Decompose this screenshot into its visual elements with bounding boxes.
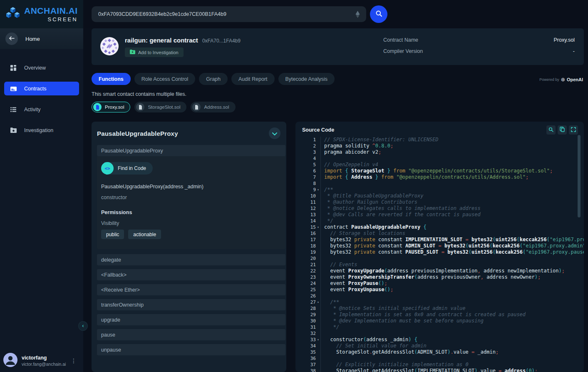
contract-short-address: 0xFA70...1FA4b9 (202, 38, 241, 44)
file-tab-storageslot.sol[interactable]: StorageSlot.sol (134, 102, 186, 112)
expand-code-button[interactable] (569, 125, 578, 135)
code-line: 36 (302, 355, 584, 362)
overview-grid-icon (10, 65, 17, 71)
code-line: 33▾ constructor(address _admin) { (302, 337, 584, 343)
line-number: 3 (313, 150, 316, 155)
line-number: 9 (313, 187, 316, 192)
collapse-functions-button[interactable] (269, 127, 280, 139)
code-brackets-icon: <> (101, 162, 114, 175)
tab-graph[interactable]: Graph (199, 73, 228, 85)
sidebar-collapse-button[interactable]: ‹ (78, 321, 88, 331)
back-button[interactable] (5, 32, 18, 45)
line-number: 11 (310, 200, 316, 205)
line-number: 34 (310, 343, 316, 349)
folder-plus-icon (130, 50, 135, 55)
search-button[interactable] (370, 5, 387, 23)
fold-caret-icon[interactable]: ▾ (316, 188, 320, 192)
code-line: 16 // Storage slot locations (302, 230, 584, 237)
code-line: 5// OpenZeppelin v4 (302, 162, 584, 168)
tab-functions[interactable]: Functions (92, 73, 131, 85)
line-number: 15 (310, 225, 316, 230)
line-number: 23 (310, 275, 316, 280)
function-row[interactable]: delegate (97, 254, 285, 265)
line-number: 33 (310, 337, 316, 342)
code-line: 26 (302, 293, 584, 299)
fold-caret-icon[interactable]: ▾ (316, 338, 320, 342)
sidebar-item-label: Overview (24, 65, 46, 71)
copy-code-button[interactable] (558, 125, 567, 135)
function-row[interactable]: <Fallback> (97, 269, 285, 280)
line-number: 12 (310, 206, 316, 211)
sidebar-item-home[interactable]: Home (0, 28, 83, 49)
search-input[interactable] (92, 6, 366, 22)
function-detail: <> Find in Code PausableUpgradableProxy(… (97, 156, 285, 249)
function-row[interactable]: upgrade (97, 314, 285, 325)
main-content: railgun: general contract 0xFA70...1FA4b… (83, 28, 588, 372)
chevron-down-icon (272, 130, 277, 137)
code-line: 18 bytes32 private constant ADMIN_SLOT =… (302, 243, 584, 249)
code-search-button[interactable] (546, 125, 556, 135)
document-icon (136, 103, 144, 111)
add-to-investigation-button[interactable]: Add to Investigation (125, 47, 184, 57)
tab-bytecode-analysis[interactable]: Bytecode Analysis (278, 73, 335, 85)
tab-role-access-control[interactable]: Role Access Control (134, 73, 196, 85)
code-line: 38 StorageSlot.getAddressSlot(IMPLEMENTA… (302, 368, 584, 372)
line-number: 14 (310, 218, 316, 224)
code-line: 17 bytes32 private constant IMPLEMENTATI… (302, 237, 584, 243)
code-line: 34 // Set initial value for admin (302, 343, 584, 349)
code-line: 19 bytes32 private constant PAUSED_SLOT … (302, 249, 584, 255)
line-number: 29 (310, 312, 316, 317)
topbar: ANCHAIN.AI SCREEN (0, 0, 588, 28)
sidebar-item-overview[interactable]: Overview (4, 61, 79, 75)
code-line: 21 // Events (302, 262, 584, 268)
line-number: 17 (310, 237, 316, 242)
function-row-selected[interactable]: PausableUpgradableProxy (97, 145, 285, 156)
sidebar-item-contracts[interactable]: Contracts (4, 82, 79, 95)
functions-panel: PausableUpgradableProxy PausableUpgradab… (92, 122, 286, 372)
user-menu-kebab-icon[interactable]: ⋮ (68, 357, 79, 365)
code-line: 3pragma abicoder v2; (302, 149, 584, 155)
field-value: - (573, 48, 575, 54)
line-number: 38 (310, 368, 316, 372)
code-line: 35 StorageSlot.getAddressSlot(ADMIN_SLOT… (302, 349, 584, 355)
fold-caret-icon[interactable]: ▾ (316, 225, 320, 229)
visibility-badge-public: public (101, 230, 124, 239)
sidebar-item-label: Activity (24, 107, 41, 112)
file-tab-address.sol[interactable]: Address.sol (191, 102, 235, 112)
sidebar-item-label: Contracts (24, 86, 47, 92)
line-number: 27 (310, 300, 316, 305)
user-profile[interactable]: victorfang victor.fang@anchain.ai ⋮ (0, 353, 83, 369)
line-number: 30 (310, 318, 316, 324)
line-number: 21 (310, 262, 316, 267)
document-icon (192, 103, 201, 111)
user-name: victorfang (22, 355, 68, 361)
sidebar-menu: OverviewContractsActivityInvestigation (0, 61, 83, 137)
openai-logo-icon: ⊛ (561, 77, 565, 82)
visibility-label: Visibility (101, 220, 281, 226)
copy-icon (560, 127, 565, 133)
sidebar-item-activity[interactable]: Activity (4, 102, 79, 116)
line-number: 2 (313, 143, 316, 149)
code-area: 1// SPDX-License-Identifier: UNLICENSED2… (302, 137, 584, 372)
functions-list: delegate<Fallback><Receive Ether>transfe… (97, 254, 285, 355)
permissions-heading: Permissions (101, 210, 281, 215)
code-line: 7import { Address } from "@openzeppelin/… (302, 174, 584, 180)
code-line: 8 (302, 180, 584, 187)
fold-caret-icon[interactable]: ▾ (316, 300, 320, 304)
code-line: 32 (302, 330, 584, 337)
line-number: 10 (310, 193, 316, 199)
file-tab-proxy.sol[interactable]: Proxy.sol (92, 102, 130, 112)
sidebar-item-investigation[interactable]: Investigation (4, 123, 79, 137)
function-row[interactable]: <Receive Ether> (97, 284, 285, 295)
function-row[interactable]: transferOwnership (97, 299, 285, 310)
field-label: Compiler Version (383, 48, 423, 54)
function-row[interactable]: unpause (97, 344, 285, 355)
expand-icon (571, 127, 576, 133)
ethereum-icon (355, 11, 360, 18)
tab-audit-report[interactable]: Audit Report (231, 73, 274, 85)
user-email: victor.fang@anchain.ai (22, 362, 68, 367)
contracts-card-icon (10, 85, 17, 92)
find-in-code-button[interactable]: <> Find in Code (101, 162, 153, 175)
code-scrollbar[interactable] (578, 135, 581, 217)
function-row[interactable]: pause (97, 329, 285, 340)
